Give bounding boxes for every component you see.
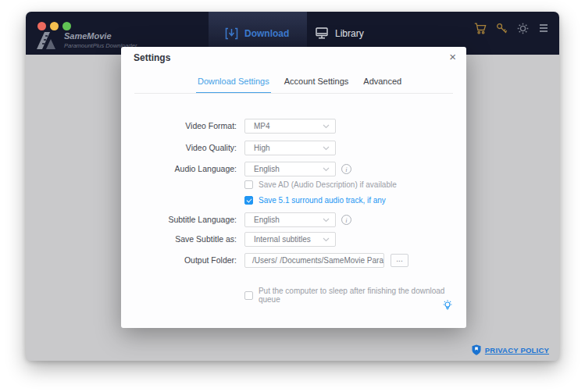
output-path-prefix: /Users/ (252, 256, 277, 265)
browse-folder-button[interactable]: ... (391, 254, 408, 267)
settings-dialog: Settings × Download Settings Account Set… (121, 47, 466, 328)
audio-language-value: English (254, 165, 280, 173)
tab-library-label: Library (335, 28, 364, 39)
save-subtitle-as-value: Internal subtitles (254, 235, 311, 244)
privacy-policy-label: PRIVACY POLICY (485, 346, 549, 355)
video-quality-label: Video Quality: (121, 141, 237, 155)
chevron-down-icon (323, 167, 330, 172)
menu-icon[interactable] (537, 22, 550, 34)
tab-download-settings[interactable]: Download Settings (196, 70, 271, 94)
tabs-divider (134, 93, 453, 94)
close-window-button[interactable] (37, 22, 46, 30)
output-folder-input[interactable]: /Users//Documents/SameMovie Para (244, 253, 384, 268)
chevron-down-icon (323, 124, 330, 129)
save-51-checkbox-row[interactable]: Save 5.1 surround audio track, if any (244, 196, 386, 205)
tab-account-settings[interactable]: Account Settings (283, 70, 351, 94)
zoom-window-button[interactable] (62, 22, 71, 30)
video-format-select[interactable]: MP4 (244, 119, 336, 134)
dialog-title: Settings (134, 52, 170, 63)
info-icon[interactable]: i (341, 164, 351, 174)
library-icon (315, 27, 329, 40)
chevron-down-icon (323, 146, 330, 151)
video-format-value: MP4 (254, 122, 270, 130)
save-51-checkbox[interactable] (244, 196, 253, 205)
close-icon[interactable]: × (449, 49, 456, 65)
sleep-label: Put the computer to sleep after finishin… (259, 287, 466, 304)
samemovie-logo-icon (37, 31, 58, 50)
video-format-label: Video Format: (121, 119, 237, 134)
chevron-down-icon (323, 237, 330, 242)
save-ad-checkbox-row[interactable]: Save AD (Audio Description) if available (244, 180, 397, 189)
screen: SameMovie ParamountPlus Downloader Downl… (0, 0, 585, 392)
save-subtitle-as-label: Save Subtitle as: (121, 232, 237, 247)
tab-advanced[interactable]: Advanced (362, 70, 403, 94)
subtitle-language-select[interactable]: English (244, 212, 336, 227)
shield-icon (472, 344, 481, 355)
info-icon[interactable]: i (341, 215, 351, 225)
toolbar (474, 12, 550, 45)
output-folder-label: Output Folder: (121, 253, 237, 268)
sleep-checkbox[interactable] (244, 291, 253, 300)
video-quality-select[interactable]: High (244, 141, 336, 155)
output-path-suffix: /Documents/SameMovie Para (280, 256, 383, 265)
minimize-window-button[interactable] (50, 22, 59, 30)
save-ad-label: Save AD (Audio Description) if available (259, 180, 397, 189)
lightbulb-icon[interactable] (441, 298, 454, 312)
brand-name: SameMovie (64, 31, 112, 41)
subtitle-language-value: English (254, 216, 280, 224)
key-icon[interactable] (495, 22, 508, 34)
save-ad-checkbox[interactable] (244, 180, 253, 189)
sleep-checkbox-row[interactable]: Put the computer to sleep after finishin… (244, 287, 466, 304)
privacy-policy-link[interactable]: PRIVACY POLICY (472, 344, 549, 355)
audio-language-label: Audio Language: (121, 162, 237, 176)
video-quality-value: High (254, 144, 270, 152)
save-51-label: Save 5.1 surround audio track, if any (259, 196, 386, 205)
subtitle-language-label: Subtitle Language: (121, 212, 237, 227)
tab-download-label: Download (244, 28, 289, 39)
audio-language-select[interactable]: English (244, 162, 336, 176)
cart-icon[interactable] (474, 22, 487, 34)
save-subtitle-as-select[interactable]: Internal subtitles (244, 232, 336, 247)
gear-icon[interactable] (516, 22, 529, 34)
redacted-username (278, 256, 279, 265)
download-icon (225, 27, 238, 40)
settings-tabs: Download Settings Account Settings Advan… (196, 70, 403, 94)
app-window: SameMovie ParamountPlus Downloader Downl… (26, 12, 559, 361)
chevron-down-icon (323, 218, 330, 223)
